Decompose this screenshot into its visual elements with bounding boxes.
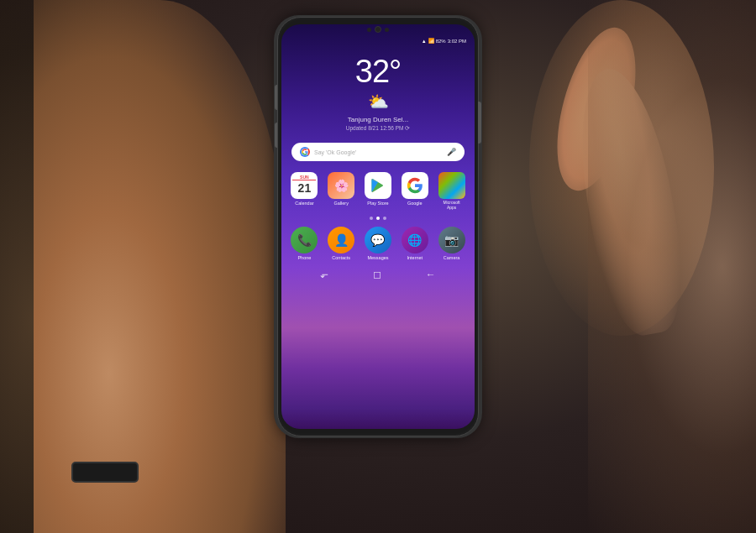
gallery-label: Gallery — [333, 201, 348, 206]
contacts-icon: 👤 — [328, 227, 354, 253]
dock-internet[interactable]: 🌐 Internet — [398, 227, 431, 261]
internet-icon: 🌐 — [402, 227, 428, 253]
google-logo — [300, 147, 310, 157]
status-icons: ▲ 📶 82% 3:02 PM — [422, 38, 466, 44]
updated-text: Updated 8/21 12:56 PM ⟳ — [281, 125, 475, 132]
watch-band — [71, 462, 139, 483]
calendar-icon: SUN 21 — [291, 172, 318, 199]
weather-icon: ⛅ — [281, 91, 475, 112]
google-icon — [402, 172, 428, 199]
internet-label: Internet — [407, 255, 423, 261]
sensor-dot — [367, 28, 371, 32]
back-button[interactable]: ← — [426, 269, 436, 280]
time-display: 3:02 PM — [448, 39, 466, 44]
location-text: Tanjung Duren Sel... — [281, 116, 475, 123]
search-placeholder: Say 'Ok Google' — [314, 149, 443, 155]
signal-icon: 📶 — [428, 38, 434, 44]
phone-wrapper: ▲ 📶 82% 3:02 PM 32° ⛅ Tanjung Duren Sel.… — [277, 17, 479, 436]
background-right — [588, 0, 756, 533]
recent-button[interactable]: ⬐ — [320, 269, 328, 280]
google-label: Google — [407, 201, 423, 206]
app-grid: SUN 21 Calendar 🌸 Gallery — [281, 168, 475, 214]
playstore-label: Play Store — [367, 201, 388, 206]
wifi-icon: ▲ — [422, 39, 427, 44]
dock-camera[interactable]: 📷 Camera — [435, 227, 468, 261]
search-bar[interactable]: Say 'Ok Google' 🎤 — [291, 143, 465, 161]
temperature: 32° — [281, 55, 475, 87]
camera-label: Camera — [444, 255, 460, 261]
dock-phone[interactable]: 📞 Phone — [288, 227, 321, 261]
navigation-bar: ⬐ ◻ ← — [281, 265, 475, 284]
phone-screen: ▲ 📶 82% 3:02 PM 32° ⛅ Tanjung Duren Sel.… — [281, 24, 475, 429]
gallery-icon: 🌸 — [328, 172, 354, 199]
phone: ▲ 📶 82% 3:02 PM 32° ⛅ Tanjung Duren Sel.… — [277, 17, 479, 436]
sensor-dot-2 — [385, 28, 389, 32]
battery-icon: 82% — [436, 39, 446, 44]
app-microsoft[interactable]: MicrosoftApps — [435, 172, 468, 210]
camera-icon: 📷 — [438, 227, 465, 253]
app-playstore[interactable]: Play Store — [362, 172, 395, 210]
home-button[interactable]: ◻ — [373, 269, 381, 280]
app-google[interactable]: Google — [398, 172, 431, 210]
dot-1 — [370, 217, 373, 220]
weather-section: 32° ⛅ Tanjung Duren Sel... Updated 8/21 … — [281, 47, 475, 136]
dock: 📞 Phone 👤 Contacts 💬 Messages — [281, 222, 475, 264]
scene: ▲ 📶 82% 3:02 PM 32° ⛅ Tanjung Duren Sel.… — [0, 0, 756, 533]
status-bar: ▲ 📶 82% 3:02 PM — [281, 34, 475, 47]
dock-messages[interactable]: 💬 Messages — [362, 227, 395, 261]
page-dots — [281, 217, 475, 220]
phone-icon: 📞 — [291, 227, 318, 253]
camera-lens — [375, 26, 381, 33]
dot-3 — [383, 217, 386, 220]
app-calendar[interactable]: SUN 21 Calendar — [288, 172, 321, 210]
background-left — [0, 0, 168, 533]
dot-2 — [376, 217, 380, 220]
messages-icon: 💬 — [365, 227, 391, 253]
playstore-icon — [365, 172, 391, 199]
microsoft-icon — [438, 172, 465, 199]
top-sensor-area — [281, 24, 475, 34]
calendar-label: Calendar — [295, 201, 313, 206]
phone-label: Phone — [297, 255, 311, 261]
app-gallery[interactable]: 🌸 Gallery — [325, 172, 358, 210]
contacts-label: Contacts — [332, 255, 350, 261]
dock-contacts[interactable]: 👤 Contacts — [325, 227, 358, 261]
messages-label: Messages — [367, 255, 388, 261]
microsoft-label: MicrosoftApps — [443, 201, 459, 210]
mic-icon[interactable]: 🎤 — [447, 148, 456, 156]
